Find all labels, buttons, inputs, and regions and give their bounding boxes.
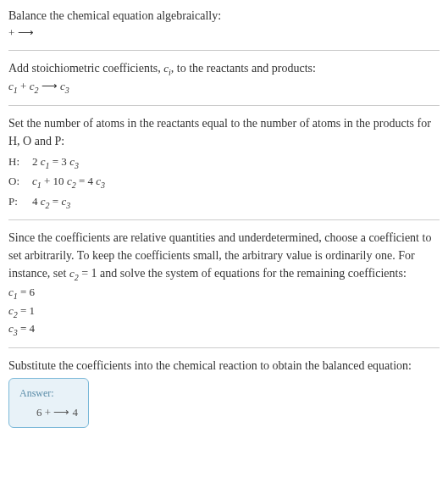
solution-c2: c2 = 1	[8, 303, 440, 321]
step3: Set the number of atoms in the reactants…	[8, 114, 440, 212]
step2: Add stoichiometric coefficients, ci, to …	[8, 59, 440, 97]
step2-text: Add stoichiometric coefficients, ci, to …	[8, 59, 440, 79]
step4: Since the coefficients are relative quan…	[8, 229, 440, 338]
step1: Balance the chemical equation algebraica…	[8, 7, 440, 42]
divider	[8, 50, 440, 51]
element-table: H: 2 c1 = 3 c3 O: c1 + 10 c2 = 4 c3 P: 4…	[8, 153, 440, 212]
answer-label: Answer:	[19, 386, 78, 401]
solution-c1: c1 = 6	[8, 284, 440, 303]
solution-c3: c3 = 4	[8, 320, 440, 339]
step1-equation: + ⟶	[8, 25, 440, 42]
divider	[8, 105, 440, 106]
element-row-o: O: c1 + 10 c2 = 4 c3	[8, 173, 440, 191]
step3-text: Set the number of atoms in the reactants…	[8, 114, 440, 150]
element-row-p: P: 4 c2 = c3	[8, 193, 440, 212]
step2-equation: c1 + c2 ⟶ c3	[8, 78, 440, 97]
element-row-h: H: 2 c1 = 3 c3	[8, 153, 440, 172]
step1-text: Balance the chemical equation algebraica…	[8, 7, 440, 25]
step5: Substitute the coefficients into the che…	[8, 357, 440, 429]
divider	[8, 347, 440, 348]
divider	[8, 219, 440, 220]
answer-box: Answer: 6 + ⟶ 4	[8, 378, 89, 429]
step5-text: Substitute the coefficients into the che…	[8, 357, 440, 375]
answer-content: 6 + ⟶ 4	[19, 404, 78, 421]
step4-text: Since the coefficients are relative quan…	[8, 229, 440, 284]
